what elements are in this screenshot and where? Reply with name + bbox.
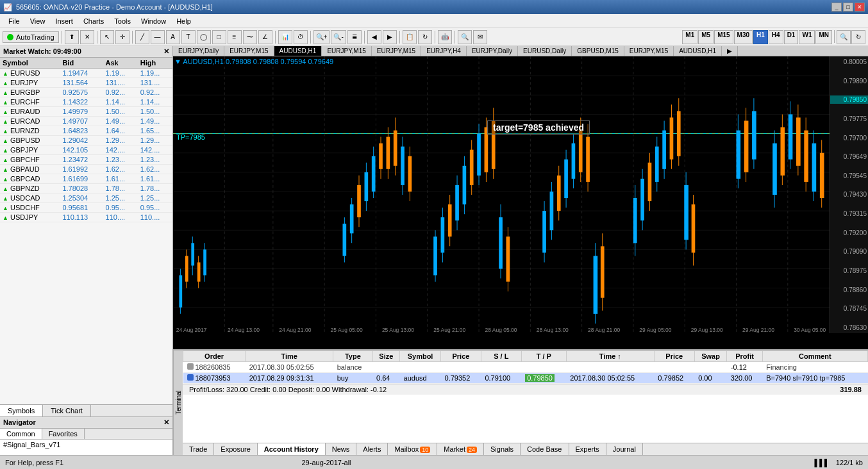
toolbar-btn-zoomin[interactable]: 🔍+ — [313, 30, 330, 44]
market-watch-row[interactable]: ▲ EURUSD 1.19474 1.19... 1.19... — [0, 69, 172, 78]
toolbar-btn-text[interactable]: A — [166, 30, 180, 44]
tab-mailbox[interactable]: Mailbox10 — [388, 443, 437, 455]
tab-signals[interactable]: Signals — [484, 443, 521, 455]
tf-h4[interactable]: H4 — [769, 30, 783, 44]
toolbar-btn-label[interactable]: T — [181, 30, 196, 44]
chart-tab-2[interactable]: AUDUSD,H1 — [274, 46, 322, 56]
mw-tab-tickchart[interactable]: Tick Chart — [43, 405, 91, 416]
tf-m1[interactable]: M1 — [682, 30, 697, 44]
market-watch-close[interactable]: ✕ — [163, 47, 169, 56]
market-watch-table[interactable]: Symbol Bid Ask High ▲ EURUSD 1.19474 1.1… — [0, 58, 172, 404]
tab-news[interactable]: News — [326, 443, 357, 455]
toolbar-btn-cursor[interactable]: ↖ — [100, 30, 114, 44]
toolbar-btn-crosshair[interactable]: ✛ — [115, 30, 129, 44]
market-watch-row[interactable]: ▲ GBPCAD 1.61699 1.61... 1.61... — [0, 174, 172, 184]
market-watch-row[interactable]: ▲ EURCAD 1.49707 1.49... 1.49... — [0, 117, 172, 126]
toolbar-btn-fib[interactable]: ≡ — [228, 30, 242, 44]
nav-tab-common[interactable]: Common — [0, 429, 42, 439]
minimize-button[interactable]: _ — [831, 3, 842, 12]
toolbar-search-btn[interactable]: 🔍 — [837, 30, 851, 44]
chart-tab-6[interactable]: EURJPY,Daily — [467, 46, 518, 56]
terminal-row[interactable]: 188260835 2017.08.30 05:02:55 balance -0… — [183, 362, 868, 373]
toolbar-reload-btn[interactable]: ↻ — [851, 30, 865, 44]
tab-market[interactable]: Market24 — [437, 443, 484, 455]
market-watch-row[interactable]: ▲ GBPCHF 1.23472 1.23... 1.23... — [0, 155, 172, 165]
toolbar-btn-fwd[interactable]: ▶ — [383, 30, 397, 44]
market-watch-row[interactable]: ▲ GBPUSD 1.29042 1.29... 1.29... — [0, 136, 172, 145]
toolbar-btn-mail[interactable]: ✉ — [473, 30, 487, 44]
chart-tab-5[interactable]: EURJPY,H4 — [421, 46, 467, 56]
toolbar-btn-templates[interactable]: 📋 — [403, 30, 417, 44]
toolbar-btn-props[interactable]: ≣ — [347, 30, 362, 44]
navigator-title: Navigator — [3, 418, 36, 427]
market-watch-row[interactable]: ▲ EURJPY 131.564 131.... 131.... — [0, 78, 172, 88]
market-watch-row[interactable]: ▲ GBPAUD 1.61992 1.62... 1.62... — [0, 165, 172, 174]
tf-mn[interactable]: MN — [815, 30, 832, 44]
toolbar-btn-back[interactable]: ◀ — [367, 30, 381, 44]
toolbar-btn-line[interactable]: ╱ — [135, 30, 149, 44]
bottom-table-area[interactable]: Order Time Type Size Symbol Price S / L … — [183, 350, 868, 443]
tab-alerts[interactable]: Alerts — [356, 443, 388, 455]
chart-tab-arrow[interactable]: ▶ — [722, 46, 738, 56]
market-watch-row[interactable]: ▲ EURNZD 1.64823 1.64... 1.65... — [0, 126, 172, 136]
toolbar-btn-rect[interactable]: □ — [212, 30, 226, 44]
navigator-close[interactable]: ✕ — [163, 418, 169, 427]
tf-m30[interactable]: M30 — [734, 30, 753, 44]
market-watch-row[interactable]: ▲ USDCHF 0.95681 0.95... 0.95... — [0, 203, 172, 213]
market-watch-row[interactable]: ▲ USDCAD 1.25304 1.25... 1.25... — [0, 193, 172, 203]
chart-tab-1[interactable]: EURJPY,M15 — [224, 46, 274, 56]
menu-charts[interactable]: Charts — [78, 16, 109, 26]
toolbar-btn-refresh[interactable]: ↻ — [418, 30, 432, 44]
menu-window[interactable]: Window — [136, 16, 171, 26]
navigator-item[interactable]: #Signal_Bars_v71 — [3, 441, 60, 448]
tab-account-history[interactable]: Account History — [258, 443, 326, 455]
chart-tab-3[interactable]: EURJPY,M15 — [322, 46, 371, 56]
menu-tools[interactable]: Tools — [109, 16, 136, 26]
menu-insert[interactable]: Insert — [50, 16, 78, 26]
mw-tab-symbols[interactable]: Symbols — [0, 405, 43, 416]
market-watch-row[interactable]: ▲ EURCHF 1.14322 1.14... 1.14... — [0, 97, 172, 107]
autotrading-button[interactable]: AutoTrading — [3, 31, 59, 43]
toolbar-btn-period[interactable]: ⏱ — [294, 30, 308, 44]
toolbar-btn-zoomout[interactable]: 🔍- — [331, 30, 346, 44]
chart-tab-10[interactable]: AUDUSD,H1 — [674, 46, 722, 56]
toolbar-btn-indicator[interactable]: 📊 — [278, 30, 292, 44]
tf-d1[interactable]: D1 — [784, 30, 799, 44]
chart-tab-4[interactable]: EURJPY,M15 — [372, 46, 421, 56]
market-watch-row[interactable]: ▲ GBPNZD 1.78028 1.78... 1.78... — [0, 184, 172, 193]
tf-h1[interactable]: H1 — [753, 30, 768, 44]
restore-button[interactable]: □ — [843, 3, 853, 12]
tf-m15[interactable]: M15 — [714, 30, 733, 44]
toolbar-btn-angle[interactable]: ∠ — [258, 30, 272, 44]
chart-tab-8[interactable]: GBPUSD,M15 — [572, 46, 624, 56]
menu-help[interactable]: Help — [171, 16, 196, 26]
menu-view[interactable]: View — [25, 16, 51, 26]
menu-file[interactable]: File — [3, 16, 25, 26]
chart-canvas[interactable]: ▼ AUDUSD,H1 0.79808 0.79808 0.79594 0.79… — [173, 56, 868, 349]
close-button[interactable]: ✕ — [855, 3, 865, 12]
tab-journal[interactable]: Journal — [606, 443, 643, 455]
toolbar-btn-arrow[interactable]: ⬆ — [65, 30, 79, 44]
toolbar-btn-wave[interactable]: 〜 — [243, 30, 257, 44]
toolbar-btn-new[interactable]: ✕ — [80, 30, 94, 44]
tab-trade[interactable]: Trade — [183, 443, 214, 455]
market-watch-row[interactable]: ▲ EURGBP 0.92575 0.92... 0.92... — [0, 88, 172, 97]
chart-tab-9[interactable]: EURJPY,M15 — [624, 46, 674, 56]
nav-tab-favorites[interactable]: Favorites — [42, 429, 85, 439]
tab-exposure[interactable]: Exposure — [214, 443, 257, 455]
tab-experts[interactable]: Experts — [569, 443, 606, 455]
tab-codebase[interactable]: Code Base — [521, 443, 569, 455]
toolbar-btn-search[interactable]: 🔍 — [458, 30, 472, 44]
chart-tab-0[interactable]: EURJPY,Daily — [173, 46, 224, 56]
chart-tab-7[interactable]: EURUSD,Daily — [518, 46, 572, 56]
market-watch-row[interactable]: ▲ EURAUD 1.49979 1.50... 1.50... — [0, 107, 172, 117]
market-watch-row[interactable]: ▲ USDJPY 110.113 110.... 110.... — [0, 213, 172, 222]
toolbar-btn-expert[interactable]: 🤖 — [438, 30, 452, 44]
toolbar-btn-hline[interactable]: — — [151, 30, 165, 44]
terminal-row[interactable]: 188073953 2017.08.29 09:31:31 buy 0.64 a… — [183, 373, 868, 384]
market-watch-row[interactable]: ▲ GBPJPY 142.105 142.... 142.... — [0, 145, 172, 155]
mw-bid: 1.49707 — [60, 117, 103, 126]
tf-m5[interactable]: M5 — [698, 30, 714, 44]
tf-w1[interactable]: W1 — [799, 30, 815, 44]
toolbar-btn-ellipse[interactable]: ◯ — [197, 30, 211, 44]
